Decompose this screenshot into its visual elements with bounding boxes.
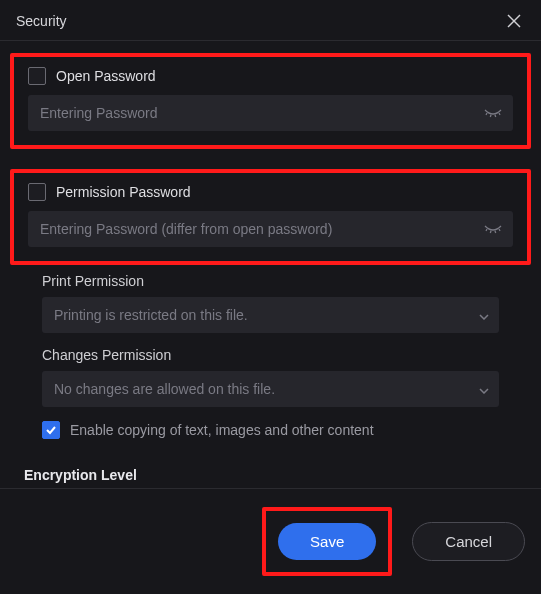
svg-line-6	[486, 229, 487, 231]
permissions-subsection: Print Permission Printing is restricted …	[10, 273, 531, 439]
changes-permission-value: No changes are allowed on this file.	[54, 381, 275, 397]
enable-copying-row[interactable]: Enable copying of text, images and other…	[42, 421, 499, 439]
svg-line-9	[499, 229, 500, 231]
save-button[interactable]: Save	[278, 523, 376, 560]
save-highlight: Save	[262, 507, 392, 576]
chevron-down-icon	[479, 307, 489, 323]
dialog-content: Open Password Permission Password	[0, 41, 541, 488]
open-password-section: Open Password	[10, 53, 531, 149]
open-password-visibility-toggle[interactable]	[483, 103, 503, 123]
svg-line-7	[490, 231, 491, 233]
security-dialog: Security Open Password	[0, 0, 541, 594]
enable-copying-label: Enable copying of text, images and other…	[70, 422, 374, 438]
titlebar: Security	[0, 0, 541, 41]
cancel-button[interactable]: Cancel	[412, 522, 525, 561]
permission-password-checkbox[interactable]	[28, 183, 46, 201]
changes-permission-label: Changes Permission	[42, 347, 499, 363]
print-permission-value: Printing is restricted on this file.	[54, 307, 248, 323]
permission-password-input[interactable]	[28, 211, 513, 247]
permission-password-field-wrap	[28, 211, 513, 247]
permission-password-visibility-toggle[interactable]	[483, 219, 503, 239]
encryption-section: Encryption Level 128 bit AES 256 bit AES…	[10, 449, 531, 488]
svg-line-5	[499, 113, 500, 115]
dialog-title: Security	[16, 13, 67, 29]
enable-copying-checkbox[interactable]	[42, 421, 60, 439]
permission-password-label: Permission Password	[56, 184, 191, 200]
eye-closed-icon	[484, 106, 502, 120]
open-password-checkbox-row[interactable]: Open Password	[28, 67, 513, 85]
open-password-input[interactable]	[28, 95, 513, 131]
print-permission-select[interactable]: Printing is restricted on this file.	[42, 297, 499, 333]
chevron-down-icon	[479, 381, 489, 397]
print-permission-label: Print Permission	[42, 273, 499, 289]
dialog-footer: Save Cancel	[0, 488, 541, 594]
eye-closed-icon	[484, 222, 502, 236]
open-password-field-wrap	[28, 95, 513, 131]
svg-line-4	[495, 115, 496, 117]
encryption-title: Encryption Level	[24, 467, 517, 483]
svg-line-8	[495, 231, 496, 233]
svg-line-3	[490, 115, 491, 117]
changes-permission-select[interactable]: No changes are allowed on this file.	[42, 371, 499, 407]
permission-password-section: Permission Password	[10, 169, 531, 265]
open-password-checkbox[interactable]	[28, 67, 46, 85]
permission-password-checkbox-row[interactable]: Permission Password	[28, 183, 513, 201]
close-button[interactable]	[503, 10, 525, 32]
close-icon	[507, 14, 521, 28]
open-password-label: Open Password	[56, 68, 156, 84]
svg-line-2	[486, 113, 487, 115]
